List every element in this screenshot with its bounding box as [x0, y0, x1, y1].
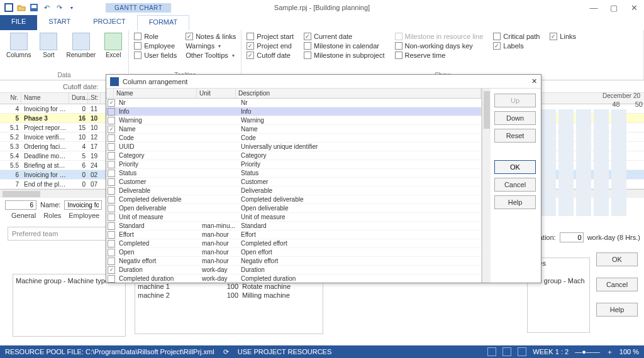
check-notes-links[interactable]: ✓Notes & links	[186, 33, 236, 40]
window-buttons: — ▢ ✕	[586, 3, 641, 13]
dialog-close-icon[interactable]: ✕	[531, 77, 537, 85]
dlg-help-button[interactable]: Help	[494, 195, 536, 209]
list-item[interactable]: Effortman-hourEffort	[106, 231, 481, 239]
list-item[interactable]: machine 1100Rotate machine	[135, 282, 323, 291]
sort-button[interactable]: Sort	[37, 31, 60, 60]
list-item[interactable]: UUIDUniversally unique identifier	[106, 143, 481, 151]
dlg-ok-button[interactable]: OK	[494, 160, 536, 174]
list-item[interactable]: Completed deliverableCompleted deliverab…	[106, 195, 481, 204]
zoom-slider[interactable]: —●——	[575, 348, 600, 355]
list-item[interactable]: Standardman-minu...Standard	[106, 222, 481, 231]
refresh-icon[interactable]: ⟳	[223, 348, 229, 356]
excel-button[interactable]: Excel	[102, 31, 125, 60]
ok-button[interactable]: OK	[596, 252, 638, 266]
list-item[interactable]: Unit of measureUnit of measure	[106, 213, 481, 222]
window-title: Sample.rpj - [Building planning]	[274, 4, 370, 11]
status-icon-1[interactable]	[487, 347, 496, 356]
col-start[interactable]: St:	[88, 93, 101, 104]
check-project-end[interactable]: ✓Project end	[247, 42, 294, 50]
dialog-button-column: Up Down Reset OK Cancel Help	[491, 89, 541, 283]
duration-input[interactable]	[560, 232, 584, 242]
preferred-team-box[interactable]: Preferred team	[8, 227, 114, 241]
dropdown-warnings[interactable]: Warnings▾	[186, 42, 236, 50]
check-milestone-calendar[interactable]: Milestone in calendar	[304, 42, 385, 50]
save-icon[interactable]	[29, 3, 39, 13]
zoom-out-icon[interactable]: ＋	[606, 347, 613, 357]
list-item[interactable]: PriorityPriority	[106, 160, 481, 169]
tab-project[interactable]: PROJECT	[82, 15, 136, 30]
close-button[interactable]: ✕	[626, 3, 641, 13]
dlg-col-name[interactable]: Name	[114, 89, 197, 98]
check-userfields[interactable]: User fields	[134, 52, 177, 59]
col-nr[interactable]: Nr.	[0, 93, 21, 104]
task-id-input[interactable]	[5, 200, 36, 210]
tab-file[interactable]: FILE	[0, 15, 37, 30]
duration-field: Duration: work-day (8 Hrs.)	[528, 232, 640, 242]
gantt-context-tab: GANTT CHART	[106, 3, 171, 13]
minimize-button[interactable]: —	[586, 3, 601, 13]
list-item[interactable]: Completedman-hourCompleted effort	[106, 239, 481, 248]
subtab-general[interactable]: General	[11, 212, 36, 224]
subtab-employee[interactable]: Employee	[69, 212, 99, 224]
list-item[interactable]: WarningWarning	[106, 116, 481, 125]
check-labels[interactable]: ✓Labels	[493, 42, 540, 50]
status-icon-2[interactable]	[502, 347, 511, 356]
list-item[interactable]: CategoryCategory	[106, 151, 481, 160]
subtab-roles[interactable]: Roles	[43, 212, 61, 224]
list-item[interactable]: machine 2100Milling machine	[135, 291, 323, 300]
list-item[interactable]: Open deliverableOpen deliverable	[106, 204, 481, 213]
check-project-start[interactable]: Project start	[247, 33, 294, 40]
list-item[interactable]: StatusStatus	[106, 169, 481, 178]
list-item[interactable]: Completed durationwork-dayCompleted dura…	[106, 274, 481, 283]
machine-group-box[interactable]: Machine group - Machine type	[13, 274, 126, 337]
list-item[interactable]: ✓NrNr	[106, 99, 481, 107]
dialog-title: Column arrangement	[123, 78, 187, 85]
list-item[interactable]: Openman-hourOpen effort	[106, 248, 481, 257]
check-reserve-time[interactable]: Reserve time	[395, 52, 484, 59]
check-links[interactable]: ✓Links	[550, 33, 576, 40]
check-milestone-subproject[interactable]: Milestone in subproject	[304, 52, 385, 59]
qat-dropdown-icon[interactable]: ▾	[67, 3, 77, 13]
open-icon[interactable]	[16, 3, 26, 13]
list-item[interactable]: CodeCode	[106, 134, 481, 143]
cancel-button[interactable]: Cancel	[596, 278, 638, 291]
ribbon-body: Columns Sort Renumber Excel Data Role Em…	[0, 30, 644, 80]
app-icon	[4, 3, 14, 13]
check-current-date[interactable]: ✓Current date	[304, 33, 385, 40]
list-item[interactable]: Negativ effortman-hourNegativ effort	[106, 257, 481, 266]
dialog-v-scrollbar[interactable]	[482, 89, 491, 283]
columns-button[interactable]: Columns	[4, 31, 33, 60]
task-name-input[interactable]	[64, 200, 102, 210]
help-button[interactable]: Help	[596, 303, 638, 317]
tab-start[interactable]: START	[37, 15, 82, 30]
redo-icon[interactable]: ↷	[54, 3, 64, 13]
machine-list[interactable]: machine 1100Rotate machinemachine 2100Mi…	[135, 281, 323, 334]
status-icon-3[interactable]	[518, 347, 526, 356]
dlg-col-desc[interactable]: Description	[236, 89, 481, 98]
list-item[interactable]: CustomerCustomer	[106, 178, 481, 187]
col-name[interactable]: Name	[21, 93, 69, 104]
dlg-cancel-button[interactable]: Cancel	[494, 178, 536, 192]
status-pool: RESOURCE POOL FILE: C:\ProgramData\Rills…	[5, 348, 214, 355]
list-item[interactable]: ✓Durationwork-dayDuration	[106, 266, 481, 274]
check-employee[interactable]: Employee	[134, 42, 177, 50]
col-duration[interactable]: Dura...	[69, 93, 88, 104]
check-critical-path[interactable]: Critical path	[493, 33, 540, 40]
list-item[interactable]: DeliverableDeliverable	[106, 187, 481, 195]
status-bar: RESOURCE POOL FILE: C:\ProgramData\Rills…	[0, 345, 644, 358]
undo-icon[interactable]: ↶	[42, 3, 52, 13]
check-role[interactable]: Role	[134, 33, 177, 40]
reset-button[interactable]: Reset	[494, 129, 536, 143]
tab-format[interactable]: FORMAT	[137, 15, 190, 30]
up-button[interactable]: Up	[494, 94, 536, 107]
down-button[interactable]: Down	[494, 111, 536, 125]
check-cutoff-date[interactable]: ✓Cutoff date	[247, 52, 294, 59]
list-item[interactable]: ✓NameName	[106, 125, 481, 134]
dlg-col-unit[interactable]: Unit	[197, 89, 236, 98]
list-item[interactable]: InfoInfo	[106, 107, 481, 116]
status-use-resources[interactable]: USE PROJECT RESOURCES	[238, 348, 332, 355]
dropdown-other-tooltips[interactable]: Other Tooltips▾	[186, 52, 236, 59]
renumber-button[interactable]: Renumber	[64, 31, 98, 60]
maximize-button[interactable]: ▢	[606, 3, 621, 13]
check-nonworking-days[interactable]: Non-working days key	[395, 42, 484, 50]
